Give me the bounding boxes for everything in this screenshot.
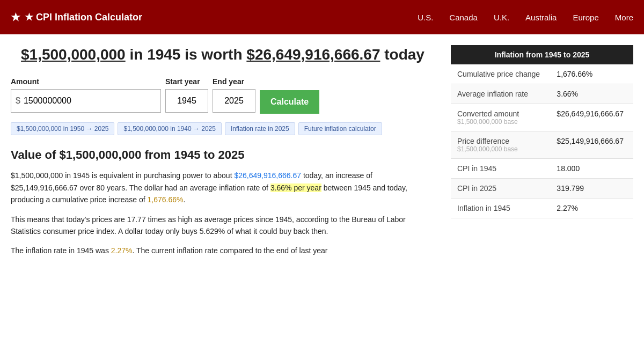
table-cell-value-4: 18.000 xyxy=(550,159,633,179)
nav-more[interactable]: More xyxy=(615,13,633,22)
table-row: CPI in 2025 319.799 xyxy=(451,179,633,199)
table-row: Converted amount $1,500,000,000 base $26… xyxy=(451,104,633,131)
nav-europe[interactable]: Europe xyxy=(573,13,598,22)
highlight-result: $26,649,916,666.67 xyxy=(234,171,301,180)
end-year-input[interactable] xyxy=(213,89,255,113)
star-icon: ★ xyxy=(11,11,20,24)
end-year-field-group: End year xyxy=(213,77,255,113)
amount-label: Amount xyxy=(11,77,161,86)
table-cell-value-1: 3.66% xyxy=(550,84,633,104)
nav-canada[interactable]: Canada xyxy=(449,13,478,22)
amount-field-group: Amount $ xyxy=(11,77,161,113)
desc-para-1: $1,500,000,000 in 1945 is equivalent in … xyxy=(11,170,435,205)
table-cell-label-4: CPI in 1945 xyxy=(451,159,550,179)
inflation-table: Inflation from 1945 to 2025 Cumulative p… xyxy=(451,45,633,218)
quick-links: $1,500,000,000 in 1950 → 2025 $1,500,000… xyxy=(11,122,435,135)
table-cell-value-0: 1,676.66% xyxy=(550,64,633,84)
table-row: Average inflation rate 3.66% xyxy=(451,84,633,104)
desc-para-3: The inflation rate in 1945 was 2.27%. Th… xyxy=(11,245,435,256)
table-cell-value-6: 2.27% xyxy=(550,199,633,218)
calculator-form: Amount $ Start year End year Calculate xyxy=(11,77,435,114)
table-cell-value-3: $25,149,916,666.67 xyxy=(550,131,633,159)
section-heading: Value of $1,500,000,000 from 1945 to 202… xyxy=(11,148,435,162)
table-cell-value-2: $26,649,916,666.67 xyxy=(550,104,633,131)
main-nav: U.S. Canada U.K. Australia Europe More xyxy=(418,13,633,22)
site-header: ★ ★ CPI Inflation Calculator U.S. Canada… xyxy=(0,0,644,34)
table-row: CPI in 1945 18.000 xyxy=(451,159,633,179)
amount-input[interactable] xyxy=(24,96,156,106)
nav-australia[interactable]: Australia xyxy=(525,13,557,22)
end-year-label: End year xyxy=(213,77,255,86)
left-panel: $1,500,000,000 in 1945 is worth $26,649,… xyxy=(11,45,435,264)
nav-us[interactable]: U.S. xyxy=(418,13,433,22)
table-row: Inflation in 1945 2.27% xyxy=(451,199,633,218)
table-cell-label-0: Cumulative price change xyxy=(451,64,550,84)
table-row: Cumulative price change 1,676.66% xyxy=(451,64,633,84)
table-cell-label-5: CPI in 2025 xyxy=(451,179,550,199)
right-panel: Inflation from 1945 to 2025 Cumulative p… xyxy=(451,45,633,264)
quick-link-2[interactable]: Inflation rate in 2025 xyxy=(225,122,295,135)
table-cell-label-3: Price difference $1,500,000,000 base xyxy=(451,131,550,159)
highlight-rate: 3.66% per year xyxy=(270,183,321,192)
nav-uk[interactable]: U.K. xyxy=(494,13,509,22)
start-year-field-group: Start year xyxy=(165,77,208,113)
title-amount1: $1,500,000,000 xyxy=(21,46,126,63)
table-cell-value-5: 319.799 xyxy=(550,179,633,199)
site-title: ★ CPI Inflation Calculator xyxy=(25,11,142,23)
site-logo: ★ ★ CPI Inflation Calculator xyxy=(11,11,418,24)
highlight-cumulative: 1,676.66% xyxy=(147,195,183,204)
desc-para-2: This means that today's prices are 17.77… xyxy=(11,214,435,238)
start-year-input[interactable] xyxy=(165,89,208,113)
main-content: $1,500,000,000 in 1945 is worth $26,649,… xyxy=(0,34,644,264)
amount-input-wrap: $ xyxy=(11,89,161,113)
title-amount2: $26,649,916,666.67 xyxy=(246,46,380,63)
table-cell-label-1: Average inflation rate xyxy=(451,84,550,104)
table-heading: Inflation from 1945 to 2025 xyxy=(451,45,633,64)
quick-link-3[interactable]: Future inflation calculator xyxy=(298,122,382,135)
quick-link-0[interactable]: $1,500,000,000 in 1950 → 2025 xyxy=(11,122,114,135)
table-cell-label-6: Inflation in 1945 xyxy=(451,199,550,218)
highlight-1945-rate: 2.27% xyxy=(111,246,133,255)
dollar-sign: $ xyxy=(16,96,20,106)
quick-link-1[interactable]: $1,500,000,000 in 1940 → 2025 xyxy=(118,122,221,135)
title-today: today xyxy=(384,46,425,63)
calculate-button[interactable]: Calculate xyxy=(260,90,319,114)
title-in: in 1945 is worth xyxy=(129,46,246,63)
table-cell-label-2: Converted amount $1,500,000,000 base xyxy=(451,104,550,131)
page-title: $1,500,000,000 in 1945 is worth $26,649,… xyxy=(11,45,435,64)
table-row: Price difference $1,500,000,000 base $25… xyxy=(451,131,633,159)
start-year-label: Start year xyxy=(165,77,208,86)
